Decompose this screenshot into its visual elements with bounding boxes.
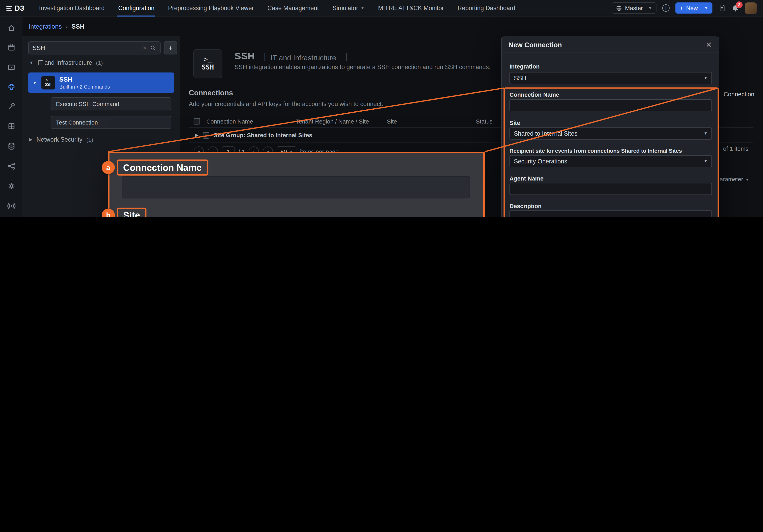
recipient-site-label: Recipient site for events from connectio… (509, 148, 682, 153)
topnav-right: Master ▼ i + New ▼ 2 (612, 2, 763, 14)
site-label: Site (509, 120, 520, 126)
calendar-icon[interactable] (0, 39, 23, 55)
fragment-parameter-column: arameter▼ (720, 176, 749, 183)
integration-title: SSH (59, 76, 110, 83)
home-icon[interactable] (0, 20, 23, 36)
agent-name-input[interactable] (509, 183, 712, 195)
command-execute-ssh[interactable]: Execute SSH Command (51, 97, 171, 110)
data-icon[interactable] (0, 137, 23, 154)
nav-reporting-dashboard[interactable]: Reporting Dashboard (451, 0, 522, 16)
group-it-and-infrastructure[interactable]: ▼ IT and Infrastructure (1) (29, 59, 103, 66)
left-icon-rail (0, 17, 23, 217)
integration-description: SSH integration enables organizations to… (235, 64, 490, 70)
notification-count-badge: 2 (736, 1, 742, 8)
site-label-highlight: Site (117, 208, 147, 217)
connections-heading: Connections (189, 89, 233, 97)
description-textarea[interactable] (509, 210, 712, 217)
logo-text: D3 (15, 4, 24, 12)
user-avatar[interactable] (745, 2, 757, 14)
title-divider: | (346, 51, 348, 62)
recipient-site-select[interactable]: Security Operations ▼ (509, 155, 712, 167)
search-input[interactable] (33, 44, 139, 51)
ssh-app-icon: >_ SSH (193, 49, 222, 78)
select-all-checkbox[interactable] (194, 118, 200, 124)
ssh-terminal-icon: >_ SSH (41, 76, 55, 90)
close-icon[interactable]: ✕ (706, 40, 712, 49)
breadcrumb-current: SSH (71, 23, 84, 30)
integration-label: Integration (509, 63, 540, 70)
button-divider (701, 5, 701, 11)
settings-gear-icon[interactable] (0, 178, 23, 194)
connection-name-input[interactable] (509, 99, 712, 111)
chevron-down-icon: ▼ (29, 60, 34, 65)
integrations-icon[interactable] (0, 78, 23, 95)
breadcrumb-separator: › (65, 23, 67, 30)
col-tenant-region: Tenant Region / Name / Site (296, 118, 369, 125)
fragment-total-items: of 1 items (723, 145, 748, 152)
group-network-security[interactable]: ▶ Network Security (1) (29, 136, 93, 143)
integration-meta: Built-in • 2 Commands (59, 84, 110, 90)
new-button[interactable]: + New ▼ (675, 2, 712, 14)
col-site: Site (387, 118, 397, 125)
add-integration-button[interactable]: + (164, 41, 177, 54)
chevron-down-icon: ▼ (33, 80, 37, 85)
nav-preprocessing-playbook-viewer[interactable]: Preprocessing Playbook Viewer (161, 0, 261, 16)
site-group-label: Site Group: Shared to Internal Sites (214, 132, 312, 138)
connections-icon[interactable] (0, 157, 23, 174)
apps-icon[interactable] (0, 118, 23, 134)
chevron-down-icon: ▼ (361, 6, 365, 10)
chevron-down-icon: ▼ (745, 178, 749, 181)
connection-name-label-highlight: Connection Name (117, 159, 208, 176)
logo-bars-icon (6, 6, 12, 10)
fragment-new-connection-button[interactable]: Connection (724, 91, 754, 98)
expand-arrow-icon[interactable]: ▶ (195, 133, 198, 137)
nav-case-management[interactable]: Case Management (261, 0, 326, 16)
top-navigation: D3 Investigation Dashboard Configuration… (0, 0, 763, 17)
title-divider: | (264, 51, 266, 62)
notifications-bell-icon[interactable]: 2 (731, 4, 739, 12)
modal-title: New Connection (508, 41, 562, 49)
agent-name-label: Agent Name (509, 175, 543, 182)
chevron-right-icon: ▶ (29, 137, 33, 142)
chevron-down-icon: ▼ (704, 6, 708, 10)
clear-search-icon[interactable]: × (143, 45, 147, 51)
connection-name-input[interactable] (122, 176, 470, 199)
globe-icon (616, 5, 622, 11)
breadcrumb: Integrations › SSH (23, 17, 85, 36)
badge-a: a (102, 161, 115, 174)
tools-icon[interactable] (0, 98, 23, 114)
integration-item-ssh[interactable]: ▼ >_ SSH SSH Built-in • 2 Commands (28, 72, 174, 93)
d3-logo[interactable]: D3 (0, 4, 32, 12)
app-root: D3 Investigation Dashboard Configuration… (0, 0, 763, 217)
connections-subheading: Add your credentials and API keys for th… (189, 101, 383, 108)
nav-investigation-dashboard[interactable]: Investigation Dashboard (32, 0, 111, 16)
master-site-selector[interactable]: Master ▼ (612, 2, 656, 14)
integration-select[interactable]: SSH ▼ (509, 72, 712, 84)
document-icon[interactable] (718, 4, 726, 12)
modal-header: New Connection ✕ (502, 37, 719, 53)
description-label: Description (509, 203, 542, 210)
chevron-down-icon: ▼ (704, 159, 708, 163)
plus-icon: + (680, 5, 683, 11)
nav-mitre-attack-monitor[interactable]: MITRE ATT&CK Monitor (372, 0, 451, 16)
nav-simulator[interactable]: Simulator▼ (326, 0, 372, 16)
command-test-connection[interactable]: Test Connection (51, 116, 171, 129)
chevron-down-icon: ▼ (648, 6, 652, 10)
row-checkbox[interactable] (203, 132, 209, 138)
connection-name-label: Connection Name (509, 91, 559, 98)
info-icon[interactable]: i (662, 4, 670, 12)
site-select[interactable]: Shared to Internal Sites ▼ (509, 128, 712, 139)
page-title: SSH (235, 50, 255, 62)
signal-icon[interactable] (0, 197, 23, 214)
breadcrumb-integrations[interactable]: Integrations (29, 23, 61, 30)
new-connection-modal: New Connection ✕ Integration SSH ▼ Conne… (501, 37, 719, 217)
col-connection-name: Connection Name (206, 118, 253, 125)
integration-search-box: × (28, 41, 161, 54)
integration-category: IT and Infrastructure (271, 53, 336, 62)
search-icon[interactable] (150, 45, 156, 51)
zoomed-form-callout: a Connection Name b Site Shared to Inter… (108, 152, 485, 217)
chevron-down-icon: ▼ (704, 76, 708, 80)
chevron-down-icon: ▼ (704, 131, 708, 135)
media-icon[interactable] (0, 59, 23, 75)
nav-configuration[interactable]: Configuration (111, 0, 162, 16)
